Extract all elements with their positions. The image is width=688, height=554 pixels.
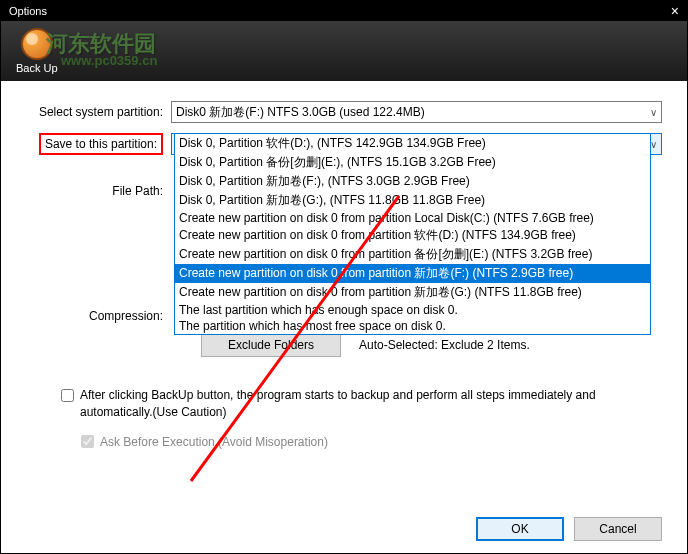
dropdown-item[interactable]: Disk 0, Partition 备份[勿删](E:), (NTFS 15.1… bbox=[175, 153, 650, 172]
compression-label: Compression: bbox=[26, 309, 171, 323]
ask-checkbox-row: Ask Before Execution (Avoid Misoperation… bbox=[26, 435, 662, 449]
auto-checkbox-label: After clicking BackUp button, the progra… bbox=[80, 387, 640, 421]
dropdown-item[interactable]: Create new partition on disk 0 from part… bbox=[175, 283, 650, 302]
exclude-text: Auto-Selected: Exclude 2 Items. bbox=[359, 338, 530, 352]
footer: OK Cancel bbox=[476, 517, 662, 541]
save-partition-label: Save to this partition: bbox=[39, 133, 163, 155]
dropdown-item[interactable]: Create new partition on disk 0 from part… bbox=[175, 264, 650, 283]
dropdown-item[interactable]: Disk 0, Partition 新加卷(F:), (NTFS 3.0GB 2… bbox=[175, 172, 650, 191]
dropdown-item[interactable]: Create new partition on disk 0 from part… bbox=[175, 226, 650, 245]
ask-checkbox bbox=[81, 435, 94, 448]
window-title: Options bbox=[9, 5, 47, 17]
dropdown-item[interactable]: The last partition which has enough spac… bbox=[175, 302, 650, 318]
dropdown-item[interactable]: Disk 0, Partition 软件(D:), (NTFS 142.9GB … bbox=[175, 134, 650, 153]
backup-label: Back Up bbox=[16, 62, 58, 74]
filepath-label: File Path: bbox=[26, 184, 171, 198]
system-partition-value: Disk0 新加卷(F:) NTFS 3.0GB (used 122.4MB) bbox=[176, 104, 425, 121]
ask-checkbox-label: Ask Before Execution (Avoid Misoperation… bbox=[100, 435, 328, 449]
content-area: Select system partition: Disk0 新加卷(F:) N… bbox=[1, 81, 687, 469]
dropdown-item[interactable]: Create new partition on disk 0 from part… bbox=[175, 245, 650, 264]
system-partition-row: Select system partition: Disk0 新加卷(F:) N… bbox=[26, 101, 662, 123]
auto-checkbox[interactable] bbox=[61, 389, 74, 402]
dropdown-item[interactable]: Create new partition on disk 0 from part… bbox=[175, 210, 650, 226]
titlebar: Options × bbox=[1, 1, 687, 21]
toolbar: Back Up bbox=[1, 21, 687, 81]
system-partition-select[interactable]: Disk0 新加卷(F:) NTFS 3.0GB (used 122.4MB) … bbox=[171, 101, 662, 123]
chevron-down-icon: ∨ bbox=[650, 107, 657, 118]
cancel-button[interactable]: Cancel bbox=[574, 517, 662, 541]
ok-button[interactable]: OK bbox=[476, 517, 564, 541]
close-icon[interactable]: × bbox=[671, 3, 679, 19]
exclude-row: Exclude Folders Auto-Selected: Exclude 2… bbox=[26, 333, 662, 357]
backup-icon bbox=[21, 28, 53, 60]
backup-button[interactable]: Back Up bbox=[16, 28, 58, 74]
system-partition-label: Select system partition: bbox=[26, 105, 171, 119]
auto-checkbox-row: After clicking BackUp button, the progra… bbox=[26, 387, 662, 421]
chevron-down-icon: ∨ bbox=[650, 139, 657, 150]
exclude-folders-button[interactable]: Exclude Folders bbox=[201, 333, 341, 357]
dropdown-item[interactable]: The partition which has most free space … bbox=[175, 318, 650, 334]
dropdown-item[interactable]: Disk 0, Partition 新加卷(G:), (NTFS 11.8GB … bbox=[175, 191, 650, 210]
dropdown-list[interactable]: Disk 0, Partition 软件(D:), (NTFS 142.9GB … bbox=[174, 133, 651, 335]
